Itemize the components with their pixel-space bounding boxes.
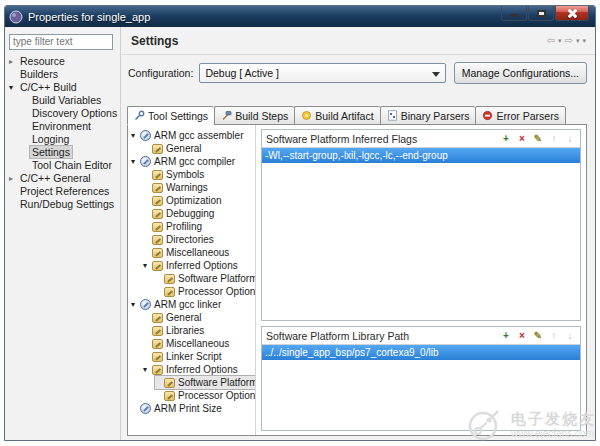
tree-item-libraries[interactable]: Libraries bbox=[143, 324, 255, 337]
edit-icon[interactable]: ✎ bbox=[532, 132, 544, 146]
library-path-title: Software Platform Library Path bbox=[266, 330, 409, 342]
expander-icon[interactable] bbox=[143, 363, 152, 376]
category-icon bbox=[152, 365, 163, 375]
tree-item-arm-gcc-compiler[interactable]: ARM gcc compiler bbox=[131, 155, 255, 168]
sidebar-item-settings[interactable]: Settings bbox=[21, 146, 116, 159]
inferred-flags-header: Software Platform Inferred Flags + × ✎ ↑… bbox=[262, 130, 580, 147]
sidebar-item-project-references[interactable]: Project References bbox=[9, 185, 116, 198]
build-artifact-icon bbox=[301, 110, 312, 121]
option-panels: Software Platform Inferred Flags + × ✎ ↑… bbox=[256, 125, 586, 435]
tree-item-optimization[interactable]: Optimization bbox=[143, 194, 255, 207]
tree-item-compiler-processor-options[interactable]: Processor Options bbox=[155, 285, 255, 298]
tab-error-parsers[interactable]: Error Parsers bbox=[475, 106, 565, 125]
list-item-selected[interactable]: ../../single_app_bsp/ps7_cortexa9_0/lib bbox=[262, 345, 580, 360]
sidebar-item-build-variables[interactable]: Build Variables bbox=[21, 94, 116, 107]
tool-settings-icon bbox=[134, 110, 145, 121]
close-icon bbox=[567, 8, 577, 18]
library-path-list[interactable]: ../../single_app_bsp/ps7_cortexa9_0/lib bbox=[262, 344, 580, 430]
expander-icon[interactable] bbox=[9, 55, 18, 68]
tree-item-compiler-miscellaneous[interactable]: Miscellaneous bbox=[143, 246, 255, 259]
back-icon[interactable]: ⇦ bbox=[547, 35, 555, 46]
titlebar[interactable]: Properties for single_app bbox=[5, 6, 595, 27]
add-icon[interactable]: + bbox=[500, 329, 512, 343]
maximize-button[interactable] bbox=[528, 6, 554, 21]
header-row: Settings ⇦ ▾ ⇨ ▾ ▾ bbox=[122, 27, 595, 55]
tool-settings-content: ARM gcc assembler General ARM gcc compil… bbox=[127, 124, 587, 436]
delete-icon[interactable]: × bbox=[516, 329, 528, 343]
tree-item-warnings[interactable]: Warnings bbox=[143, 181, 255, 194]
back-dropdown-icon[interactable]: ▾ bbox=[558, 37, 562, 45]
sidebar-item-builders[interactable]: Builders bbox=[9, 68, 116, 81]
expander-icon[interactable] bbox=[143, 259, 152, 272]
library-path-panel: Software Platform Library Path + × ✎ ↑ ↓ bbox=[261, 326, 581, 431]
tree-item-assembler-general[interactable]: General bbox=[143, 142, 255, 155]
view-menu-icon[interactable]: ▾ bbox=[582, 37, 586, 45]
page-title: Settings bbox=[131, 34, 178, 48]
tree-item-compiler-inferred-options[interactable]: Inferred Options bbox=[143, 259, 255, 272]
tab-build-artifact[interactable]: Build Artifact bbox=[294, 106, 379, 125]
category-icon bbox=[164, 378, 175, 388]
expander-icon[interactable] bbox=[9, 172, 18, 185]
category-icon bbox=[152, 326, 163, 336]
add-icon[interactable]: + bbox=[500, 132, 512, 146]
move-up-icon[interactable]: ↑ bbox=[548, 329, 560, 343]
expander-icon[interactable] bbox=[131, 155, 140, 168]
minimize-button[interactable] bbox=[501, 6, 527, 21]
category-icon bbox=[152, 183, 163, 193]
sidebar: Resource Builders C/C++ Build Build Vari… bbox=[5, 27, 121, 440]
tree-item-linker-inferred-options[interactable]: Inferred Options bbox=[143, 363, 255, 376]
tool-icon bbox=[140, 130, 151, 141]
window-title: Properties for single_app bbox=[28, 11, 150, 23]
inferred-flags-panel: Software Platform Inferred Flags + × ✎ ↑… bbox=[261, 129, 581, 321]
sidebar-item-environment[interactable]: Environment bbox=[21, 120, 116, 133]
forward-dropdown-icon[interactable]: ▾ bbox=[576, 37, 580, 45]
close-button[interactable] bbox=[555, 6, 589, 21]
configuration-select[interactable]: Debug [ Active ] bbox=[199, 63, 445, 83]
configuration-value: Debug [ Active ] bbox=[205, 67, 279, 79]
expander-icon[interactable] bbox=[9, 81, 18, 94]
main-panel: Settings ⇦ ▾ ⇨ ▾ ▾ Configuration: Debug … bbox=[122, 27, 595, 440]
delete-icon[interactable]: × bbox=[516, 132, 528, 146]
list-toolbar: + × ✎ ↑ ↓ bbox=[500, 329, 576, 343]
tree-item-linker-script[interactable]: Linker Script bbox=[143, 350, 255, 363]
category-icon bbox=[152, 222, 163, 232]
tree-item-compiler-software-platform[interactable]: Software Platform bbox=[155, 272, 255, 285]
tree-item-profiling[interactable]: Profiling bbox=[143, 220, 255, 233]
tree-item-debugging[interactable]: Debugging bbox=[143, 207, 255, 220]
inferred-flags-list[interactable]: -Wl,--start-group,-lxil,-lgcc,-lc,--end-… bbox=[262, 147, 580, 320]
sidebar-item-tool-chain-editor[interactable]: Tool Chain Editor bbox=[21, 159, 116, 172]
filter-input[interactable] bbox=[9, 34, 113, 50]
move-up-icon[interactable]: ↑ bbox=[548, 132, 560, 146]
tree-item-linker-general[interactable]: General bbox=[143, 311, 255, 324]
tab-tool-settings[interactable]: Tool Settings bbox=[127, 106, 214, 125]
sidebar-item-discovery-options[interactable]: Discovery Options bbox=[21, 107, 116, 120]
list-item-selected[interactable]: -Wl,--start-group,-lxil,-lgcc,-lc,--end-… bbox=[262, 148, 580, 163]
tree-item-arm-print-size[interactable]: ARM Print Size bbox=[131, 402, 255, 415]
tree-item-arm-gcc-assembler[interactable]: ARM gcc assembler bbox=[131, 129, 255, 142]
tree-item-linker-miscellaneous[interactable]: Miscellaneous bbox=[143, 337, 255, 350]
tree-item-linker-software-platform[interactable]: Software Platform bbox=[155, 376, 255, 389]
properties-tree: Resource Builders C/C++ Build Build Vari… bbox=[9, 55, 116, 211]
move-down-icon[interactable]: ↓ bbox=[564, 329, 576, 343]
move-down-icon[interactable]: ↓ bbox=[564, 132, 576, 146]
category-icon bbox=[152, 248, 163, 258]
tree-item-linker-processor-options[interactable]: Processor Options bbox=[155, 389, 255, 402]
expander-icon[interactable] bbox=[131, 129, 140, 142]
tree-item-arm-gcc-linker[interactable]: ARM gcc linker bbox=[131, 298, 255, 311]
sidebar-item-logging[interactable]: Logging bbox=[21, 133, 116, 146]
tab-build-steps[interactable]: Build Steps bbox=[214, 106, 294, 125]
tab-binary-parsers[interactable]: Binary Parsers bbox=[380, 106, 476, 125]
sidebar-item-cpp-general[interactable]: C/C++ General bbox=[9, 172, 116, 185]
minimize-icon bbox=[510, 14, 519, 17]
edit-icon[interactable]: ✎ bbox=[532, 329, 544, 343]
tree-item-directories[interactable]: Directories bbox=[143, 233, 255, 246]
sidebar-item-cpp-build[interactable]: C/C++ Build bbox=[9, 81, 116, 94]
forward-icon[interactable]: ⇨ bbox=[565, 35, 573, 46]
tool-icon bbox=[140, 156, 151, 167]
sidebar-item-resource[interactable]: Resource bbox=[9, 55, 116, 68]
manage-configurations-button[interactable]: Manage Configurations... bbox=[454, 62, 587, 84]
expander-icon[interactable] bbox=[131, 298, 140, 311]
category-icon bbox=[152, 352, 163, 362]
tree-item-symbols[interactable]: Symbols bbox=[143, 168, 255, 181]
sidebar-item-run-debug-settings[interactable]: Run/Debug Settings bbox=[9, 198, 116, 211]
